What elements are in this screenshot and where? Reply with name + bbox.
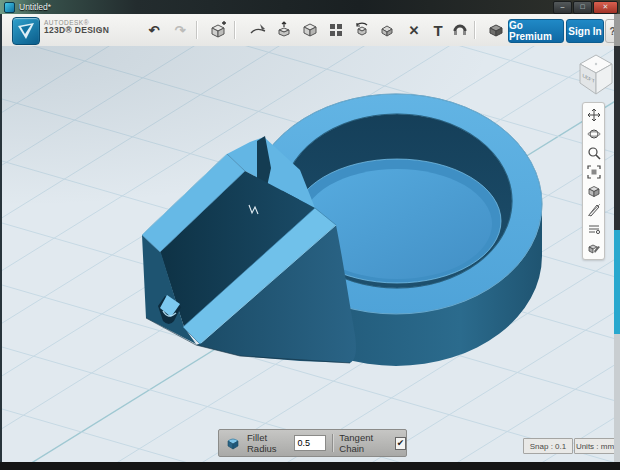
zoom-icon[interactable] <box>586 145 602 161</box>
fillet-radius-label: Fillet Radius <box>247 432 289 454</box>
fillet-tool-icon[interactable] <box>225 435 241 451</box>
delete-icon[interactable]: ✕ <box>404 20 424 40</box>
go-premium-button[interactable]: Go Premium <box>508 19 564 43</box>
minimize-button[interactable]: – <box>553 1 572 14</box>
background-strip <box>614 334 620 462</box>
sketch-icon[interactable] <box>248 20 268 40</box>
viewport-canvas[interactable] <box>2 46 614 462</box>
close-button[interactable]: ✕ <box>593 1 618 14</box>
text-tool-icon[interactable]: T <box>428 20 448 40</box>
view-cube[interactable]: LEFT <box>576 49 616 99</box>
modify-icon[interactable] <box>300 20 320 40</box>
undo-button[interactable]: ↶ <box>144 20 164 40</box>
panel-separator <box>332 434 333 452</box>
construct-icon[interactable] <box>274 20 294 40</box>
fillet-radius-input[interactable] <box>294 435 326 451</box>
window-title: Untitled* <box>19 2 51 12</box>
fillet-options-panel: Fillet Radius Tangent Chain ✔ <box>218 429 407 457</box>
sign-in-button[interactable]: Sign In <box>566 19 604 43</box>
logo-bird-icon <box>13 18 39 44</box>
tangent-chain-checkbox[interactable]: ✔ <box>395 437 406 450</box>
toolbar-separator <box>474 21 475 39</box>
title-bar[interactable]: Untitled* – □ ✕ <box>0 0 620 14</box>
orbit-icon[interactable] <box>586 126 602 142</box>
units-setting[interactable]: Units : mm <box>574 438 616 454</box>
hide-icon[interactable] <box>586 221 602 237</box>
grouping-icon[interactable] <box>352 20 372 40</box>
toolbar-separator <box>234 21 235 39</box>
primitives-icon[interactable] <box>208 20 228 40</box>
app-menu-logo[interactable] <box>12 17 40 45</box>
fit-icon[interactable] <box>586 164 602 180</box>
material-edit-icon[interactable] <box>586 240 602 256</box>
background-strip-teal <box>614 230 620 334</box>
redo-button[interactable]: ↷ <box>170 20 190 40</box>
window-border-left <box>0 14 2 462</box>
window-border-bottom <box>0 462 620 470</box>
maximize-button[interactable]: □ <box>573 1 592 14</box>
background-strip <box>614 14 620 46</box>
tangent-chain-label: Tangent Chain <box>339 432 389 454</box>
toolbar-separator <box>196 21 197 39</box>
chevron-down-icon[interactable]: ⌄ <box>96 22 104 33</box>
shading-icon[interactable] <box>586 183 602 199</box>
outline-icon[interactable] <box>586 202 602 218</box>
main-toolbar: AUTODESK® 123D® DESIGN ⌄ ↶ ↷ ✕ T <box>2 14 614 47</box>
background-strip <box>614 46 620 230</box>
combine-icon[interactable] <box>378 20 398 40</box>
app-window: Untitled* – □ ✕ AUTODESK® 123D® DESIGN ⌄… <box>0 0 620 470</box>
pan-icon[interactable] <box>586 107 602 123</box>
navigation-toolbar <box>582 102 605 260</box>
pattern-icon[interactable] <box>326 20 346 40</box>
app-icon <box>4 2 15 13</box>
materials-icon[interactable] <box>486 20 506 40</box>
snap-icon[interactable] <box>450 20 470 40</box>
snap-setting[interactable]: Snap : 0.1 <box>523 438 573 454</box>
